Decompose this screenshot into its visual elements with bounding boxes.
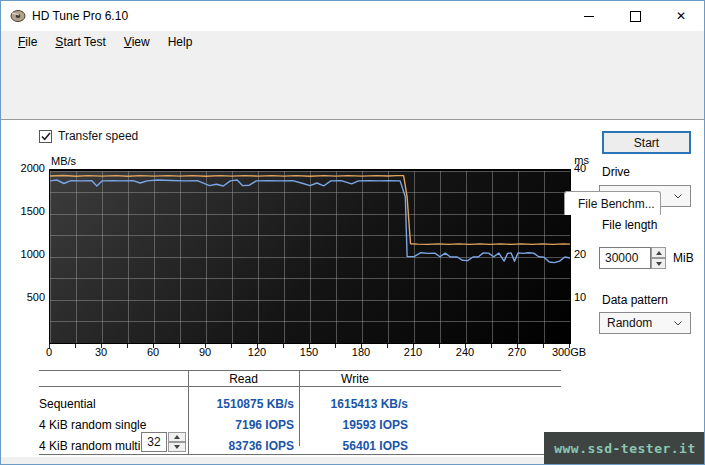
check-icon (41, 132, 51, 141)
file-length-input[interactable]: 30000 (599, 247, 651, 269)
window-title: HD Tune Pro 6.10 (32, 9, 128, 23)
triangle-up-icon (656, 251, 662, 255)
file-benchmark-page (1, 119, 705, 465)
row-label-random-single: 4 KiB random single (39, 418, 146, 432)
title-bar: HD Tune Pro 6.10 ✕ (1, 1, 704, 31)
sequential-write-value: 1615413 KB/s (301, 397, 408, 411)
maximize-icon (630, 11, 641, 22)
transfer-speed-option: Transfer speed (39, 129, 138, 143)
random-multi-read-value: 83736 IOPS (191, 439, 294, 453)
maximize-button[interactable] (612, 1, 658, 31)
random-single-write-value: 19593 IOPS (301, 418, 408, 432)
triangle-down-icon (174, 445, 180, 449)
tab-label: File Benchm... (578, 197, 655, 211)
toolbar: GIGABYTE GP-VSD1TB 104°F (1, 53, 704, 96)
close-icon: ✕ (676, 10, 686, 22)
file-length-label: File length (602, 218, 657, 232)
drive-label: Drive (602, 165, 630, 179)
menu-bar: File Start Test View Help (1, 31, 704, 53)
spin-up-button[interactable] (168, 432, 186, 442)
ssd-tester-watermark: www.ssd-tester.it (544, 432, 705, 464)
queue-depth-input[interactable]: 32 (141, 432, 167, 452)
data-pattern-dropdown[interactable]: Random (599, 312, 691, 334)
table-header-line (39, 386, 561, 387)
file-length-value: 30000 (605, 251, 638, 265)
table-top-line (39, 370, 561, 371)
triangle-up-icon (174, 435, 180, 439)
chevron-down-icon (674, 321, 682, 326)
col-header-write: Write (299, 372, 411, 386)
menu-start-test[interactable]: Start Test (46, 33, 114, 51)
random-multi-write-value: 56401 IOPS (301, 439, 408, 453)
queue-depth-value: 32 (147, 435, 160, 449)
table-bottom-line (39, 454, 561, 455)
tab-file-benchmark[interactable]: File Benchm... (564, 191, 661, 215)
spin-up-button[interactable] (651, 247, 666, 258)
start-label: Start (634, 136, 659, 150)
col-header-read: Read (188, 372, 299, 386)
spin-down-button[interactable] (168, 442, 186, 452)
minimize-button[interactable] (566, 1, 612, 31)
data-pattern-value: Random (607, 316, 652, 330)
menu-help[interactable]: Help (159, 33, 202, 51)
start-button[interactable]: Start (602, 131, 691, 154)
app-disk-icon (10, 8, 26, 24)
tab-bar: ◁ Benchmark Info Health (1, 96, 704, 119)
row-label-sequential: Sequential (39, 397, 96, 411)
transfer-speed-checkbox[interactable] (39, 130, 52, 143)
row-label-random-multi: 4 KiB random multi (39, 439, 140, 453)
data-pattern-label: Data pattern (602, 293, 668, 307)
menu-view[interactable]: View (115, 33, 159, 51)
menu-file[interactable]: File (9, 33, 46, 51)
queue-depth-spinner (168, 432, 186, 452)
transfer-speed-label: Transfer speed (58, 129, 138, 143)
chevron-down-icon (674, 194, 682, 199)
close-button[interactable]: ✕ (658, 1, 704, 31)
file-length-unit: MiB (673, 251, 694, 265)
hd-tune-window: HD Tune Pro 6.10 ✕ File Start Test View … (0, 0, 705, 465)
triangle-down-icon (656, 262, 662, 266)
file-length-spinner (651, 247, 666, 269)
sequential-read-value: 1510875 KB/s (191, 397, 294, 411)
spin-down-button[interactable] (651, 258, 666, 269)
random-single-read-value: 7196 IOPS (191, 418, 294, 432)
minimize-icon (584, 16, 594, 17)
